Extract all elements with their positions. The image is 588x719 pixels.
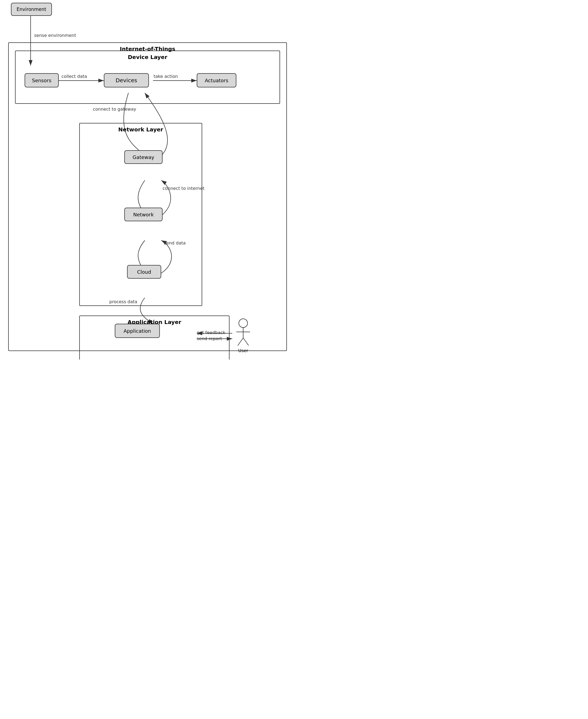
collect-data-label: collect data xyxy=(62,74,87,79)
network-node: Network xyxy=(124,208,163,221)
user-figure: User xyxy=(232,318,254,351)
application-node: Application xyxy=(115,324,160,338)
user-label: User xyxy=(232,348,254,353)
actuators-node: Actuators xyxy=(197,73,236,87)
environment-node: Environment xyxy=(11,3,52,16)
cloud-node: Cloud xyxy=(127,265,161,279)
svg-line-9 xyxy=(238,338,243,345)
connect-to-internet-label: connect to internet xyxy=(163,186,204,191)
svg-point-6 xyxy=(239,319,248,327)
sensors-node: Sensors xyxy=(25,73,59,87)
send-data-label: send data xyxy=(164,240,186,246)
process-data-label: process data xyxy=(109,299,138,304)
send-report-label: send report xyxy=(197,336,222,341)
take-action-label: take action xyxy=(153,74,178,79)
gateway-node: Gateway xyxy=(124,150,163,164)
sense-environment-label: sense environment xyxy=(34,33,76,38)
network-layer-title: Network Layer xyxy=(118,126,163,133)
get-feedback-label: get feedback xyxy=(197,330,226,335)
svg-line-10 xyxy=(243,338,249,345)
diagram-container: Environment sense environment Internet-o… xyxy=(0,0,294,360)
connect-to-gateway-label: connect to gateway xyxy=(93,107,136,112)
devices-node: Devices xyxy=(104,73,149,87)
device-layer-title: Device Layer xyxy=(128,54,168,60)
